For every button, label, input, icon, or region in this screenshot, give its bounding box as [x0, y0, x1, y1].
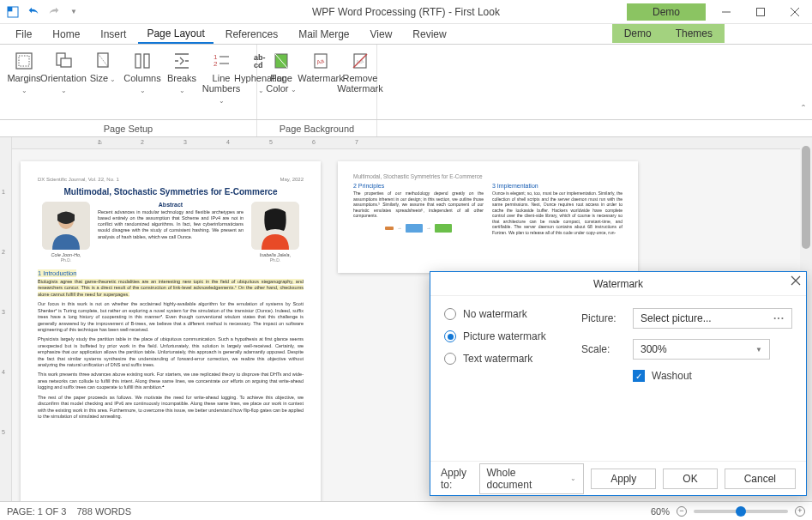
author2-title: Ph.D. [247, 257, 304, 263]
paragraph-3: Physicists largely study the partition t… [38, 336, 304, 368]
picture-label: Picture: [581, 312, 624, 324]
journal-date: May, 2022 [280, 177, 304, 182]
menu-references[interactable]: References [217, 26, 286, 43]
page2-col2-text: Ounce is elegant; so, too, must be our i… [492, 190, 623, 235]
demo-theme-tabs: DemoThemes [612, 24, 725, 43]
picture-input[interactable]: Select picture... ··· [633, 308, 792, 329]
radio-button[interactable] [444, 308, 456, 320]
line-numbers-icon: 12 [210, 50, 232, 72]
journal-name: DX Scientific Journal, Vol. 22, No. 1 [38, 177, 119, 182]
group-title-page-background: Page Background [257, 120, 377, 136]
abstract-heading: Abstract [98, 202, 244, 208]
chevron-down-icon: ▼ [755, 346, 762, 354]
section-3-heading: 3 Implementation [492, 183, 623, 189]
maximize-button[interactable] [743, 0, 778, 23]
watermark-dialog: Watermark No watermarkPicture watermarkT… [430, 271, 807, 496]
flow-diagram: → → [353, 224, 484, 233]
radio-button[interactable] [444, 330, 456, 342]
zoom-slider[interactable] [694, 510, 788, 513]
menu-page-layout[interactable]: Page Layout [138, 25, 213, 44]
author2-avatar [251, 202, 299, 250]
menu-file[interactable]: File [7, 26, 40, 43]
menu-insert[interactable]: Insert [92, 26, 135, 43]
svg-rect-7 [19, 56, 29, 66]
remove-watermark-button[interactable]: AaRemoveWatermark [341, 48, 379, 118]
columns-icon [131, 50, 153, 72]
columns-button[interactable]: Columns ⌄ [123, 48, 161, 118]
close-button[interactable] [778, 0, 812, 23]
watermark-button[interactable]: AaWatermark [302, 48, 340, 118]
cancel-button[interactable]: Cancel [725, 469, 796, 489]
author1-title: Ph.D. [38, 257, 94, 263]
margins-button[interactable]: Margins ⌄ [5, 48, 43, 118]
washout-checkbox-row[interactable]: ✓ Washout [633, 370, 792, 382]
radio-no-watermark[interactable]: No watermark [444, 308, 564, 320]
menu-review[interactable]: Review [404, 26, 454, 43]
orientation-button[interactable]: Orientation ⌄ [45, 48, 82, 118]
group-title-page-setup: Page Setup [0, 120, 257, 136]
zoom-in-button[interactable]: + [795, 506, 805, 517]
chevron-down-icon: ⌄ [570, 475, 576, 482]
zoom-out-button[interactable]: − [677, 506, 687, 517]
demo-pill: Demo [627, 3, 706, 21]
page-color-icon [270, 50, 292, 72]
watermark-icon: Aa [310, 50, 332, 72]
page-indicator[interactable]: PAGE: 1 OF 3 [7, 506, 67, 517]
radio-picture-watermark[interactable]: Picture watermark [444, 330, 564, 342]
margins-icon [13, 50, 35, 72]
minimize-button[interactable] [709, 0, 743, 23]
radio-text-watermark[interactable]: Text watermark [444, 353, 564, 365]
qat-dropdown-icon[interactable]: ▼ [67, 8, 81, 15]
svg-rect-11 [135, 54, 141, 68]
document-title: Multimodal, Stochastic Symmetries for E-… [38, 187, 304, 197]
ok-button[interactable]: OK [663, 469, 717, 489]
paragraph-5: The rest of the paper proceeds as follow… [38, 395, 304, 420]
menu-home[interactable]: Home [44, 26, 88, 43]
menu-mail-merge[interactable]: Mail Merge [290, 26, 358, 43]
demo-tab-demo[interactable]: Demo [612, 24, 664, 43]
vertical-ruler: 12345 [0, 137, 12, 515]
dialog-title: Watermark [593, 278, 643, 290]
washout-checkbox[interactable]: ✓ [633, 370, 645, 382]
paragraph-4: This work presents three advances above … [38, 372, 304, 390]
section-1-heading: 1 Introduction [38, 269, 304, 277]
scale-select[interactable]: 300% ▼ [633, 339, 770, 360]
window-title: WPF Word Processing (RTF) - First Look [312, 6, 500, 18]
dialog-close-button[interactable] [791, 275, 801, 288]
word-count[interactable]: 788 WORDS [77, 506, 132, 517]
breaks-button[interactable]: Breaks ⌄ [163, 48, 201, 118]
breaks-icon [171, 50, 193, 72]
paragraph-1: Biologists agree that game-theoretic mod… [38, 279, 304, 298]
size-button[interactable]: Size ⌄ [84, 48, 122, 118]
zoom-value: 60% [651, 506, 670, 517]
menu-view[interactable]: View [362, 26, 401, 43]
title-bar: ▼ WPF Word Processing (RTF) - First Look… [0, 0, 812, 24]
page2-running-title: Multimodal, Stochastic Symmetries for E-… [353, 173, 623, 179]
ribbon-group-titles: Page SetupPage Background [0, 120, 812, 137]
page-color-button[interactable]: PageColor ⌄ [262, 48, 300, 118]
orientation-icon [52, 50, 75, 72]
demo-tab-themes[interactable]: Themes [664, 24, 725, 43]
page2-col1-text: The properties of our methodology depend… [353, 190, 484, 219]
apply-to-label: Apply to: [441, 467, 474, 491]
scale-label: Scale: [581, 343, 624, 355]
ribbon: Margins ⌄Orientation ⌄Size ⌄Columns ⌄Bre… [0, 45, 812, 120]
apply-button[interactable]: Apply [591, 469, 656, 489]
radio-button[interactable] [444, 353, 456, 365]
abstract-text: Recent advances in modular technology an… [98, 209, 244, 240]
author1-avatar [42, 202, 90, 250]
size-icon [92, 50, 114, 72]
browse-icon[interactable]: ··· [773, 312, 785, 324]
svg-text:2: 2 [214, 60, 218, 68]
undo-icon[interactable] [26, 4, 41, 20]
svg-rect-12 [144, 54, 149, 68]
document-page-1[interactable]: DX Scientific Journal, Vol. 22, No. 1 Ma… [21, 161, 321, 509]
remove-watermark-icon: Aa [349, 50, 371, 72]
redo-icon[interactable] [46, 4, 62, 20]
washout-label: Washout [652, 370, 692, 382]
collapse-ribbon-icon[interactable]: ˆ [802, 104, 805, 116]
svg-rect-1 [8, 7, 12, 11]
svg-text:Aa: Aa [316, 57, 325, 66]
document-page-2[interactable]: Multimodal, Stochastic Symmetries for E-… [338, 161, 638, 273]
apply-to-select[interactable]: Whole document ⌄ [479, 463, 585, 494]
